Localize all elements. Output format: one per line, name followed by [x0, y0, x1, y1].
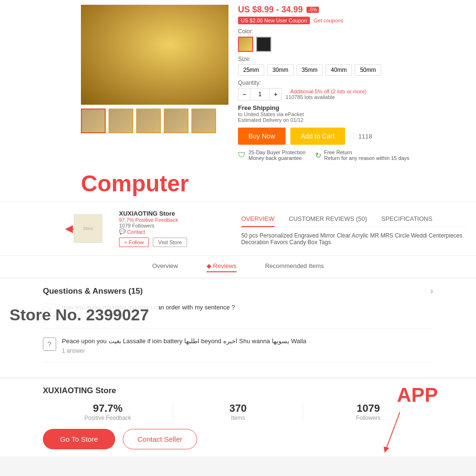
store-info-column: XUXIAOTING Store 97.7% Positive Feedback… [114, 210, 232, 247]
follow-store-button[interactable]: + Follow [119, 238, 149, 247]
thumbnail-row [81, 109, 228, 133]
followers-label: Followers [303, 415, 433, 421]
tab-overview[interactable]: OVERVIEW [241, 211, 275, 227]
store-bottom-name: XUXIAOTING Store [43, 386, 433, 396]
thumbnail-5[interactable] [191, 109, 216, 133]
protection-row: 🛡 25-Day Buyer Protection Money back gua… [238, 149, 466, 161]
size-35mm[interactable]: 35mm [297, 64, 323, 76]
qa-store-no-wrapper: Questions & Answers (15) › ? how you kno… [0, 279, 476, 377]
shield-icon: 🛡 [238, 151, 246, 159]
protection-1-title: 25-Day Buyer Protection [248, 149, 306, 155]
qa-chevron[interactable]: › [430, 286, 433, 296]
thumbnail-1[interactable] [81, 109, 106, 133]
protection-2-sub: Return for any reason within 15 days [324, 155, 409, 161]
free-shipping-label: Free Shipping [238, 104, 466, 111]
color-label: Color: [238, 28, 466, 35]
quantity-discount-info: Additional 5% off (2 lots or more) [290, 89, 367, 94]
size-50mm[interactable]: 50mm [355, 64, 381, 76]
delivery-row: Estimated Delivery on 01/12 [238, 117, 466, 123]
store-bottom-wrapper: XUXIAOTING Store 97.7% Positive Feedback… [0, 379, 476, 456]
size-row: Size: 25mm 30mm 35mm 40mm 50mm [238, 56, 466, 76]
protection-1-sub: Money back guarantee [248, 155, 306, 161]
store-contact-link[interactable]: 💬 Contact [119, 228, 232, 235]
color-swatch-black[interactable] [256, 37, 271, 52]
store-stats: 97.7% Positive Feedback 370 Items 1079 F… [43, 402, 433, 421]
shipping-row: Free Shipping to United States via ePack… [238, 104, 466, 123]
wishlist-count: 1118 [358, 133, 372, 140]
color-row: Color: [238, 28, 466, 52]
action-row: Buy Now Add to Cart ♡ 1118 [238, 128, 466, 145]
store-actions: + Follow Visit Store [119, 238, 232, 247]
product-main-image [81, 5, 228, 105]
qa-content-2: Peace upon you بغيت Lassalle if ioin bat… [62, 337, 433, 355]
visit-store-button[interactable]: Visit Store [153, 238, 187, 247]
store-tabs: OVERVIEW CUSTOMER REVIEWS (50) SPECIFICA… [241, 211, 466, 228]
store-logo-area: ◀◀ Store [62, 209, 114, 248]
thumbnail-4[interactable] [164, 109, 188, 133]
protection-return: ↻ Free Return Return for any reason with… [315, 149, 409, 161]
store-number-label: Store No. 2399027 [0, 303, 159, 327]
quantity-increase-button[interactable]: + [269, 88, 282, 100]
go-to-store-button[interactable]: Go To Store [43, 429, 115, 449]
qa-question-2: Peace upon you بغيت Lassalle if ioin bat… [62, 337, 433, 346]
feedback-label: Positive Feedback [43, 415, 173, 421]
store-logo-text: Store [83, 226, 93, 231]
color-swatches [238, 37, 466, 52]
color-swatch-gold[interactable] [238, 37, 253, 52]
nav-reviews-label: ◆ [207, 262, 213, 269]
app-annotation-label: APP [397, 384, 438, 407]
qa-item-2: ? Peace upon you بغيت Lassalle if ioin b… [43, 337, 433, 363]
protection-buyer: 🛡 25-Day Buyer Protection Money back gua… [238, 149, 306, 161]
buy-now-button[interactable]: Buy Now [238, 128, 286, 145]
get-coupons-link[interactable]: Get coupons [314, 18, 343, 23]
wishlist-button[interactable]: ♡ 1118 [350, 132, 372, 141]
product-image-area [81, 5, 228, 161]
size-25mm[interactable]: 25mm [238, 64, 264, 76]
store-name: XUXIAOTING Store [119, 210, 232, 217]
quantity-available: 110785 lots available [286, 94, 367, 100]
thumbnail-2[interactable] [109, 109, 133, 133]
qa-title-row: Questions & Answers (15) › [43, 286, 433, 296]
price-row: US $8.99 - 34.99 -5% [238, 5, 466, 15]
message-icon: 💬 [119, 228, 126, 235]
feedback-value: 97.7% [43, 402, 173, 415]
add-to-cart-button[interactable]: Add to Cart [290, 128, 345, 145]
store-section: ◀◀ Store XUXIAOTING Store 97.7% Positive… [0, 201, 476, 255]
tab-reviews[interactable]: CUSTOMER REVIEWS (50) [289, 211, 367, 227]
quantity-controls: − + [238, 88, 282, 100]
store-feedback: 97.7% Positive Feedback [119, 217, 232, 223]
discount-badge: -5% [307, 7, 319, 13]
qa-answers-2[interactable]: 1 answer [62, 347, 433, 354]
nav-tab-reviews[interactable]: ◆ Reviews [207, 260, 237, 272]
store-product-title: 50 pcs Personalized Engraved Mirror Clea… [241, 228, 466, 250]
store-tabs-col: OVERVIEW CUSTOMER REVIEWS (50) SPECIFICA… [232, 207, 466, 250]
store-bottom-actions: Go To Store Contact Seller [43, 429, 433, 449]
quantity-decrease-button[interactable]: − [238, 88, 250, 100]
coupon-row: US $2.00 New User Coupon Get coupons [238, 17, 466, 24]
size-label: Size: [238, 56, 466, 62]
tab-specs[interactable]: SPECIFICATIONS [381, 211, 432, 227]
store-logo: Store [74, 214, 102, 243]
items-value: 370 [173, 402, 303, 415]
product-top-section: US $8.99 - 34.99 -5% US $2.00 New User C… [0, 0, 476, 166]
qa-section: Questions & Answers (15) › ? how you kno… [0, 279, 476, 377]
nav-tab-overview[interactable]: Overview [152, 260, 178, 272]
nav-tab-recommended[interactable]: Recommended Items [265, 260, 324, 272]
size-40mm[interactable]: 40mm [326, 64, 352, 76]
stat-feedback: 97.7% Positive Feedback [43, 402, 173, 421]
coupon-badge: US $2.00 New User Coupon [238, 17, 310, 24]
qa-title: Questions & Answers (15) [43, 287, 143, 296]
thumbnail-3[interactable] [136, 109, 161, 133]
quantity-input[interactable] [250, 88, 269, 100]
price-current: US $8.99 - 34.99 [238, 5, 303, 15]
contact-seller-button[interactable]: Contact Seller [123, 429, 197, 449]
quantity-row: Quantity: − + Additional 5% off (2 lots … [238, 79, 466, 100]
protection-2-title: Free Return [324, 149, 409, 155]
stat-items: 370 Items [173, 402, 304, 421]
product-info: US $8.99 - 34.99 -5% US $2.00 New User C… [238, 5, 466, 161]
computer-annotation-label: Computer [0, 166, 476, 201]
size-options: 25mm 30mm 35mm 40mm 50mm [238, 64, 466, 76]
size-30mm[interactable]: 30mm [267, 64, 293, 76]
return-icon: ↻ [315, 151, 321, 160]
store-followers: 1079 Followers [119, 223, 232, 228]
